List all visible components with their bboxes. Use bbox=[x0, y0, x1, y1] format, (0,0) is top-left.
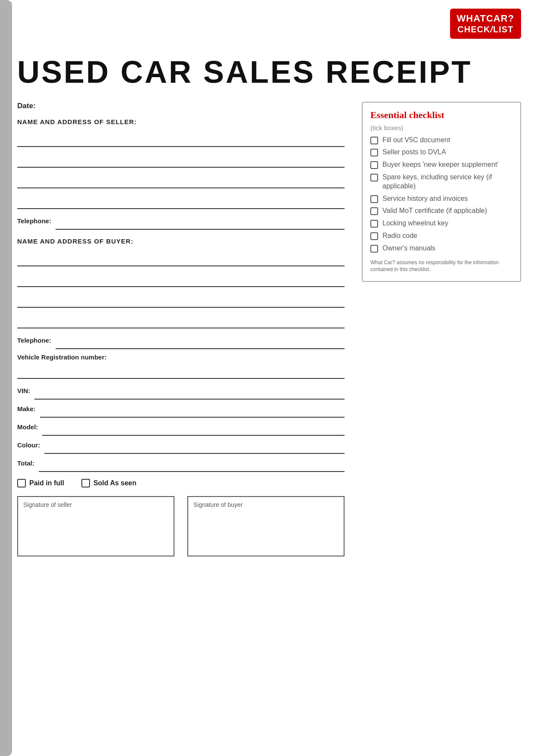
colour-row: Colour: bbox=[17, 437, 345, 454]
seller-telephone-input[interactable] bbox=[56, 213, 345, 230]
seller-telephone-label: Telephone: bbox=[17, 217, 51, 225]
paid-in-full-checkbox[interactable] bbox=[17, 479, 26, 487]
buyer-section-label: NAME AND ADDRESS OF BUYER: bbox=[17, 237, 345, 245]
checklist-text-2: Buyer keeps 'new keeper supplement' bbox=[382, 160, 498, 169]
right-column: Essential checklist (tick boxes) Fill ou… bbox=[362, 102, 521, 569]
left-bar bbox=[0, 0, 12, 756]
colour-label: Colour: bbox=[17, 441, 40, 449]
paid-in-full-label: Paid in full bbox=[29, 479, 64, 487]
checklist-text-7: Radio code bbox=[382, 231, 417, 241]
checklist-text-8: Owner's manuals bbox=[382, 244, 435, 253]
buyer-address-line4[interactable] bbox=[17, 312, 345, 328]
seller-telephone-row: Telephone: bbox=[17, 213, 345, 230]
make-input[interactable] bbox=[40, 401, 345, 418]
checklist-item-4[interactable]: Service history and invoices bbox=[370, 194, 512, 203]
vehicle-reg-label: Vehicle Registration number: bbox=[17, 353, 107, 361]
logo-container: WHATCAR? CHECK/LIST bbox=[450, 9, 521, 39]
seller-address-line1[interactable] bbox=[17, 131, 345, 147]
logo-line1: WHATCAR? bbox=[457, 13, 514, 24]
buyer-telephone-label: Telephone: bbox=[17, 337, 51, 344]
checklist-item-8[interactable]: Owner's manuals bbox=[370, 244, 512, 253]
buyer-telephone-row: Telephone: bbox=[17, 333, 345, 349]
checklist-text-3: Spare keys, including service key (if ap… bbox=[382, 173, 512, 191]
buyer-address-line3[interactable] bbox=[17, 291, 345, 308]
sold-as-seen-checkbox[interactable] bbox=[81, 479, 90, 487]
seller-section-label: NAME AND ADDRESS OF SELLER: bbox=[17, 118, 345, 125]
checklist-item-0[interactable]: Fill out V5C document bbox=[370, 136, 512, 145]
date-label: Date: bbox=[17, 102, 36, 110]
seller-address-line4[interactable] bbox=[17, 193, 345, 209]
checklist-item-3[interactable]: Spare keys, including service key (if ap… bbox=[370, 173, 512, 191]
vin-row: VIN: bbox=[17, 383, 345, 400]
logo-line2: CHECK/LIST bbox=[457, 24, 514, 34]
checklist-checkbox-4[interactable] bbox=[370, 195, 378, 203]
paid-in-full-option[interactable]: Paid in full bbox=[17, 479, 64, 487]
payment-options-row: Paid in full Sold As seen bbox=[17, 479, 345, 487]
checklist-checkbox-7[interactable] bbox=[370, 232, 378, 240]
total-label: Total: bbox=[17, 459, 34, 467]
checklist-checkbox-2[interactable] bbox=[370, 161, 378, 169]
whatcar-logo: WHATCAR? CHECK/LIST bbox=[450, 9, 521, 39]
vin-label: VIN: bbox=[17, 387, 30, 394]
checklist-checkbox-1[interactable] bbox=[370, 149, 378, 156]
main-content: USED CAR SALES RECEIPT Date: NAME AND AD… bbox=[17, 0, 521, 569]
checklist-title: Essential checklist bbox=[370, 109, 512, 121]
page-title: USED CAR SALES RECEIPT bbox=[17, 56, 521, 89]
checklist-checkbox-8[interactable] bbox=[370, 245, 378, 253]
checklist-text-1: Seller posts to DVLA bbox=[382, 148, 446, 157]
vin-input[interactable] bbox=[34, 383, 345, 400]
checklist-disclaimer: What Car? assumes no responsibility for … bbox=[370, 259, 512, 274]
buyer-address-line2[interactable] bbox=[17, 271, 345, 287]
buyer-signature-box[interactable]: Signature of buyer bbox=[187, 496, 345, 556]
seller-signature-box[interactable]: Signature of seller bbox=[17, 496, 174, 556]
logo-list: LIST bbox=[493, 24, 513, 34]
logo-check: CHECK bbox=[457, 24, 490, 34]
seller-address-line2[interactable] bbox=[17, 151, 345, 168]
colour-input[interactable] bbox=[44, 437, 345, 454]
checklist-checkbox-5[interactable] bbox=[370, 207, 378, 215]
checklist-text-4: Service history and invoices bbox=[382, 194, 468, 203]
seller-signature-label: Signature of seller bbox=[23, 501, 168, 508]
sold-as-seen-option[interactable]: Sold As seen bbox=[81, 479, 137, 487]
sold-as-seen-label: Sold As seen bbox=[93, 479, 137, 487]
make-row: Make: bbox=[17, 401, 345, 418]
checklist-text-5: Valid MoT certificate (if applicable) bbox=[382, 206, 487, 216]
checklist-item-6[interactable]: Locking wheelnut key bbox=[370, 219, 512, 228]
model-row: Model: bbox=[17, 419, 345, 436]
checklist-text-0: Fill out V5C document bbox=[382, 136, 450, 145]
checklist-item-2[interactable]: Buyer keeps 'new keeper supplement' bbox=[370, 160, 512, 169]
checklist-item-1[interactable]: Seller posts to DVLA bbox=[370, 148, 512, 157]
total-row: Total: bbox=[17, 456, 345, 472]
buyer-signature-label: Signature of buyer bbox=[193, 501, 338, 508]
checklist-text-6: Locking wheelnut key bbox=[382, 219, 448, 228]
checklist-subtitle: (tick boxes) bbox=[370, 124, 512, 131]
checklist-checkbox-3[interactable] bbox=[370, 174, 378, 181]
model-input[interactable] bbox=[42, 419, 345, 436]
vehicle-reg-input[interactable] bbox=[17, 362, 345, 379]
checklist-box: Essential checklist (tick boxes) Fill ou… bbox=[362, 102, 521, 282]
two-col-layout: Date: NAME AND ADDRESS OF SELLER: Teleph… bbox=[17, 102, 521, 569]
model-label: Model: bbox=[17, 423, 38, 431]
left-column: Date: NAME AND ADDRESS OF SELLER: Teleph… bbox=[17, 102, 345, 569]
checklist-item-5[interactable]: Valid MoT certificate (if applicable) bbox=[370, 206, 512, 216]
vehicle-reg-row: Vehicle Registration number: bbox=[17, 353, 345, 361]
buyer-telephone-input[interactable] bbox=[56, 333, 345, 349]
checklist-item-7[interactable]: Radio code bbox=[370, 231, 512, 241]
total-input[interactable] bbox=[39, 456, 345, 472]
seller-address-line3[interactable] bbox=[17, 172, 345, 188]
checklist-checkbox-6[interactable] bbox=[370, 220, 378, 228]
buyer-address-line1[interactable] bbox=[17, 250, 345, 266]
signature-row: Signature of seller Signature of buyer bbox=[17, 496, 345, 556]
date-row: Date: bbox=[17, 102, 345, 110]
checklist-checkbox-0[interactable] bbox=[370, 137, 378, 144]
make-label: Make: bbox=[17, 405, 36, 412]
